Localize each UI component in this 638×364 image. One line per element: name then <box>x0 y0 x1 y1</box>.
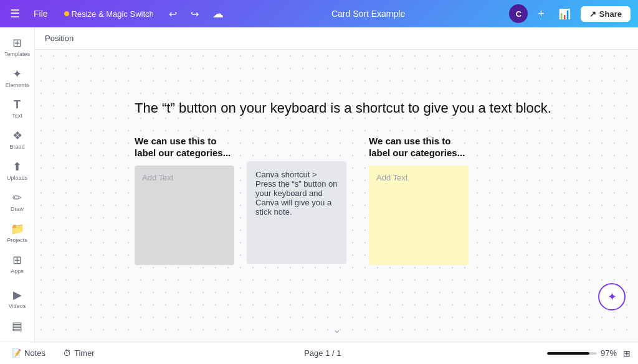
card-gray[interactable]: Add Text <box>135 166 234 265</box>
elements-icon: ✦ <box>12 67 22 81</box>
sidebar-item-videos[interactable]: ▶ Videos <box>2 284 33 313</box>
bottombar: 📝 Notes ⏱ Timer Page 1 / 1 97% ⊞ <box>0 342 638 364</box>
page-info: Page 1 / 1 <box>108 348 537 358</box>
bottom-right-controls: 97% ⊞ <box>547 348 631 358</box>
share-icon: ↗ <box>589 9 596 19</box>
text-icon: T <box>14 98 21 111</box>
sidebar-item-brand[interactable]: ❖ Brand <box>2 125 33 154</box>
notes-icon: 📝 <box>11 348 21 358</box>
sticky-text: Canva shortcut > Press the “s” button on… <box>255 170 338 217</box>
redo-button[interactable]: ↪ <box>187 6 202 22</box>
notes-label: Notes <box>24 348 45 358</box>
projects-icon: 📁 <box>11 222 24 236</box>
col3-label: We can use this tolabel our categories..… <box>369 135 469 159</box>
sidebar-label-templates: Templates <box>4 51 30 57</box>
user-avatar[interactable]: C <box>509 4 528 23</box>
file-menu[interactable]: File <box>29 6 53 21</box>
more-icon: ▤ <box>12 319 22 333</box>
sidebar-item-projects[interactable]: 📁 Projects <box>2 218 33 247</box>
share-button[interactable]: ↗ Share <box>581 6 631 22</box>
undo-button[interactable]: ↩ <box>165 6 181 22</box>
sidebar-label-draw: Draw <box>11 206 24 212</box>
position-bar: Position <box>35 27 638 50</box>
uploads-icon: ⬆ <box>12 160 22 174</box>
add-collaborator-button[interactable]: + <box>534 5 548 23</box>
sidebar-label-text: Text <box>12 113 22 119</box>
sidebar-label-videos: Videos <box>9 303 26 309</box>
menu-icon[interactable]: ☰ <box>7 4 22 23</box>
sidebar-label-projects: Projects <box>7 237 27 243</box>
timer-button[interactable]: ⏱ Timer <box>59 346 98 360</box>
card-yellow-placeholder: Add Text <box>376 173 407 182</box>
sidebar-item-elements[interactable]: ✦ Elements <box>2 63 33 92</box>
card-yellow[interactable]: Add Text <box>369 166 469 265</box>
sidebar-label-apps: Apps <box>11 268 24 274</box>
canvas[interactable]: The “t” button on your keyboard is a sho… <box>35 50 638 342</box>
card-col-2: Canva shortcut > Press the “s” button on… <box>247 161 346 264</box>
timer-label: Timer <box>74 348 95 358</box>
magic-switch-button[interactable]: Resize & Magic Switch <box>59 7 159 21</box>
templates-icon: ⊞ <box>12 36 22 50</box>
timer-icon: ⏱ <box>63 348 71 358</box>
sidebar-item-uploads[interactable]: ⬆ Uploads <box>2 156 33 185</box>
col1-label: We can use this tolabel our categories..… <box>135 135 234 159</box>
card-col-3: We can use this tolabel our categories..… <box>369 135 469 265</box>
sidebar-item-apps[interactable]: ⊞ Apps <box>2 250 33 278</box>
sidebar-label-uploads: Uploads <box>7 175 27 181</box>
canvas-content: The “t” button on your keyboard is a sho… <box>135 100 558 265</box>
zoom-control[interactable]: 97% <box>547 348 617 358</box>
sidebar-label-elements: Elements <box>6 82 29 88</box>
scroll-hint-icon[interactable]: ⌄ <box>333 324 341 335</box>
magic-dot-icon <box>64 11 69 16</box>
cards-row: We can use this tolabel our categories..… <box>135 135 558 265</box>
save-cloud-icon: ☁ <box>209 4 227 23</box>
sidebar-item-templates[interactable]: ⊞ Templates <box>2 32 33 61</box>
canvas-heading: The “t” button on your keyboard is a sho… <box>135 100 558 118</box>
document-title[interactable]: Card Sort Example <box>331 9 405 19</box>
notes-button[interactable]: 📝 Notes <box>7 346 49 360</box>
brand-icon: ❖ <box>12 129 22 142</box>
sidebar: ⊞ Templates ✦ Elements T Text ❖ Brand ⬆ … <box>0 27 35 342</box>
apps-icon: ⊞ <box>12 253 22 267</box>
sidebar-label-brand: Brand <box>9 144 24 150</box>
canvas-wrapper: Position The “t” button on your keyboard… <box>35 27 638 342</box>
position-label: Position <box>45 34 74 43</box>
zoom-track <box>547 352 597 355</box>
sidebar-item-more[interactable]: ▤ <box>2 315 33 337</box>
zoom-fill <box>547 352 589 355</box>
main-area: ⊞ Templates ✦ Elements T Text ❖ Brand ⬆ … <box>0 27 638 342</box>
videos-icon: ▶ <box>13 288 22 302</box>
magic-tools-button[interactable]: ✦ <box>598 283 626 310</box>
grid-view-icon[interactable]: ⊞ <box>623 348 631 358</box>
draw-icon: ✏ <box>12 191 22 205</box>
card-sticky[interactable]: Canva shortcut > Press the “s” button on… <box>247 161 346 264</box>
card-col-1: We can use this tolabel our categories..… <box>135 135 234 265</box>
zoom-level: 97% <box>601 348 617 358</box>
analytics-icon[interactable]: 📊 <box>555 6 574 22</box>
topbar: ☰ File Resize & Magic Switch ↩ ↪ ☁ Card … <box>0 0 638 27</box>
card-gray-placeholder: Add Text <box>142 173 173 182</box>
sidebar-item-text[interactable]: T Text <box>2 95 33 123</box>
sidebar-item-draw[interactable]: ✏ Draw <box>2 187 33 216</box>
magic-star-icon: ✦ <box>607 290 617 304</box>
